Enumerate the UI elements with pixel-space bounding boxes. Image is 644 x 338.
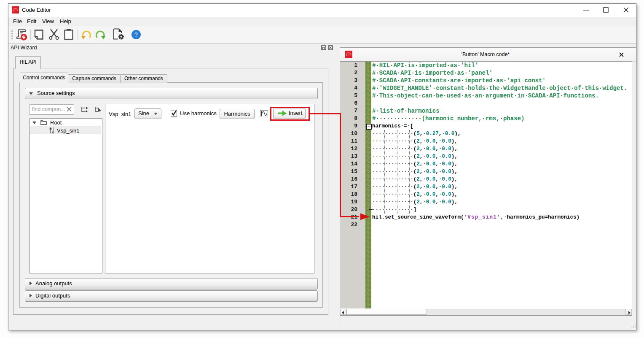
svg-text:?: ? [134, 31, 138, 38]
